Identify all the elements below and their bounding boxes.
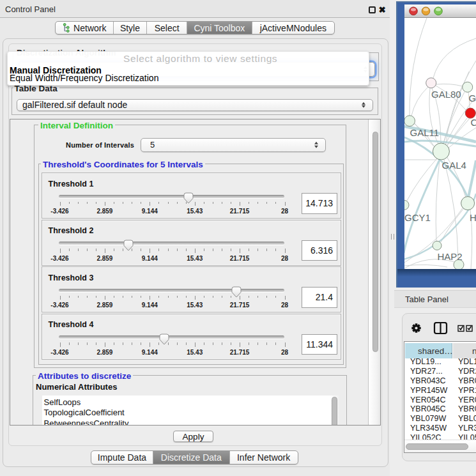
svg-text:C: C (471, 117, 476, 128)
svg-text:GAL11: GAL11 (410, 127, 440, 138)
svg-text:GA: GA (469, 93, 476, 104)
svg-text:GAL80: GAL80 (431, 89, 461, 100)
svg-text:HAP2: HAP2 (438, 251, 463, 262)
svg-text:GAL4: GAL4 (442, 160, 466, 171)
svg-text:GCY1: GCY1 (404, 212, 431, 223)
svg-text:H: H (470, 212, 476, 223)
